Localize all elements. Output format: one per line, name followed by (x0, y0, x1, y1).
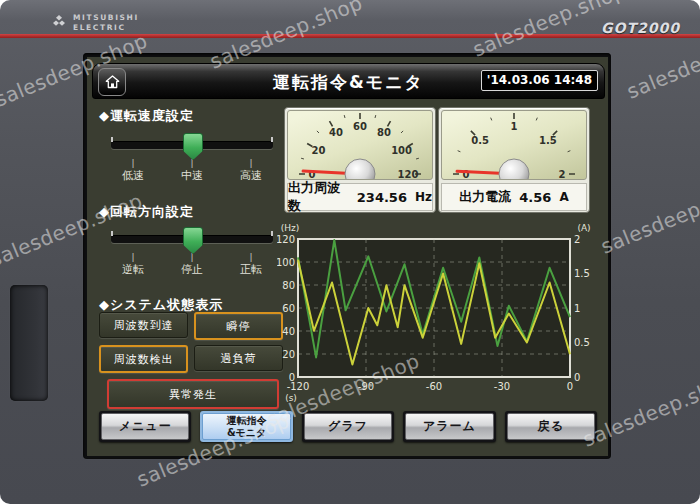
gauge-unit: A (559, 190, 568, 204)
gauge-value: 234.56 (357, 190, 407, 205)
svg-text:1: 1 (574, 303, 580, 314)
svg-text:20: 20 (282, 349, 295, 360)
svg-text:40: 40 (329, 127, 343, 138)
lcd-screen: 運転指令&モニタ '14.03.06 14:48 ◆運転速度設定 |低速|中速|… (87, 57, 608, 456)
svg-text:120: 120 (398, 169, 419, 180)
gauge-name: 出力周波数 (288, 179, 349, 215)
svg-text:-90: -90 (358, 381, 374, 392)
svg-text:1.5: 1.5 (539, 135, 557, 146)
svg-text:0.5: 0.5 (471, 135, 489, 146)
nav-button-3[interactable]: グラフ (302, 411, 394, 442)
status-lamp-grid: 周波数到達瞬停周波数検出過負荷異常発生 (99, 312, 283, 409)
speed-slider: |低速|中速|高速 (111, 141, 273, 182)
gauge-unit: Hz (415, 190, 432, 204)
svg-text:0.5: 0.5 (574, 337, 590, 348)
direction-section-title: ◆回転方向設定 (99, 203, 194, 221)
nav-button-4[interactable]: アラーム (403, 411, 495, 442)
nav-button-label: 戻る (507, 413, 595, 440)
frequency-gauge-panel: 020406080100120出力周波数234.56Hz (284, 107, 436, 213)
bezel-red-stripe (0, 34, 700, 38)
navigation-button-row: メニュー運転指令&モニタグラフアラーム戻る (99, 411, 597, 442)
slider-tick-label: 中速 (181, 169, 203, 182)
svg-text:0: 0 (567, 381, 573, 392)
status-lamp: 過負荷 (194, 345, 283, 371)
slider-tick-label: 正転 (240, 263, 262, 276)
gauge-face: 00.511.52 (441, 110, 587, 180)
hmi-device: MITSUBISHI ELECTRIC GOT2000 運転指令&モニタ '14… (0, 0, 700, 504)
svg-text:-120: -120 (287, 381, 310, 392)
watermark: salesdeep.shop (597, 175, 700, 258)
slider-tick: |低速 (111, 158, 155, 182)
slider-tick: |停止 (170, 252, 214, 276)
slider-tick: |高速 (229, 158, 273, 182)
direction-slider-labels: |逆転|停止|正転 (111, 252, 273, 276)
svg-text:60: 60 (282, 303, 295, 314)
status-lamp: 異常発生 (107, 379, 279, 409)
speed-section-title: ◆運転速度設定 (99, 107, 194, 125)
svg-text:2: 2 (559, 169, 566, 180)
nav-button-label: アラーム (405, 413, 493, 440)
nav-button-label: メニュー (101, 413, 189, 440)
svg-text:(s): (s) (285, 393, 297, 403)
screen-header: 運転指令&モニタ '14.03.06 14:48 (92, 63, 605, 99)
svg-text:120: 120 (277, 234, 295, 245)
svg-text:1.5: 1.5 (574, 268, 590, 279)
slider-tick: |中速 (170, 158, 214, 182)
svg-text:80: 80 (377, 127, 391, 138)
slider-tick-label: 高速 (240, 169, 262, 182)
status-lamp: 周波数到達 (99, 312, 188, 338)
nav-button-2[interactable]: 運転指令&モニタ (200, 411, 292, 442)
brand-line1: MITSUBISHI (73, 13, 139, 23)
gauge-value: 4.56 (519, 190, 551, 205)
gauge-readout: 出力周波数234.56Hz (287, 183, 433, 211)
svg-text:20: 20 (311, 145, 325, 156)
gauge-readout: 出力電流4.56A (441, 183, 587, 211)
slider-tick-label: 逆転 (122, 263, 144, 276)
status-lamp: 周波数検出 (99, 345, 188, 373)
speed-slider-labels: |低速|中速|高速 (111, 158, 273, 182)
slider-tick-label: 停止 (181, 263, 203, 276)
svg-text:1: 1 (511, 121, 518, 132)
nav-button-1[interactable]: メニュー (99, 411, 191, 442)
svg-text:100: 100 (391, 145, 412, 156)
nav-button-label: グラフ (304, 413, 392, 440)
nav-button-5[interactable]: 戻る (505, 411, 597, 442)
svg-text:40: 40 (282, 326, 295, 337)
model-logo: GOT2000 (601, 20, 680, 36)
gauge-face: 020406080100120 (287, 110, 433, 180)
speed-slider-track[interactable] (111, 141, 273, 149)
brand-line2: ELECTRIC (73, 23, 139, 33)
slider-tick-label: 低速 (122, 169, 144, 182)
svg-text:80: 80 (282, 280, 295, 291)
trend-chart: 02040608010012000.511.52-120-90-60-300(H… (277, 223, 599, 403)
svg-text:-30: -30 (494, 381, 510, 392)
current-gauge-panel: 00.511.52出力電流4.56A (438, 107, 590, 213)
svg-text:0: 0 (463, 169, 470, 180)
slider-tick: |正転 (229, 252, 273, 276)
direction-slider-handle[interactable] (183, 227, 203, 254)
direction-slider: |逆転|停止|正転 (111, 235, 273, 276)
mitsubishi-logo: MITSUBISHI ELECTRIC (50, 13, 139, 33)
svg-text:0: 0 (574, 372, 580, 383)
speed-slider-handle[interactable] (183, 133, 203, 160)
bezel-side-slot (10, 285, 48, 401)
status-lamp: 瞬停 (194, 312, 283, 340)
slider-tick: |逆転 (111, 252, 155, 276)
gauge-name: 出力電流 (459, 188, 511, 206)
mitsubishi-diamonds-icon (50, 15, 68, 31)
direction-slider-track[interactable] (111, 235, 273, 243)
svg-text:(Hz): (Hz) (281, 223, 300, 233)
svg-text:100: 100 (277, 257, 295, 268)
svg-text:-60: -60 (426, 381, 442, 392)
svg-text:2: 2 (574, 234, 580, 245)
clock-display: '14.03.06 14:48 (481, 70, 598, 91)
svg-text:60: 60 (353, 121, 367, 132)
svg-text:(A): (A) (577, 223, 590, 233)
nav-button-label: 運転指令&モニタ (202, 413, 290, 440)
